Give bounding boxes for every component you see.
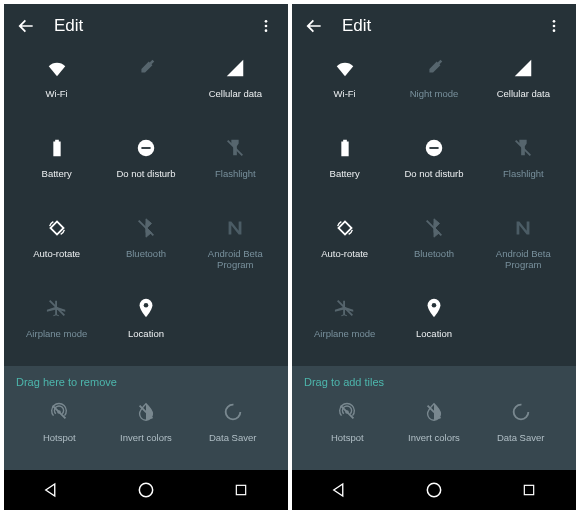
drag-tile-hotspot[interactable]: Hotspot [304,398,391,460]
tile-label: Night mode [410,88,459,99]
invert-icon [132,398,160,426]
svg-point-18 [553,29,556,32]
location-icon [420,294,448,322]
qs-tile-beta[interactable]: Android Beta Program [191,214,280,276]
svg-point-12 [265,25,268,28]
hotspot-icon [45,398,73,426]
qs-tile-cellular[interactable]: Cellular data [191,54,280,116]
datasaver-icon [219,398,247,426]
tile-label: Data Saver [497,432,545,443]
nav-home-button[interactable] [135,479,157,501]
svg-point-13 [265,29,268,32]
drag-tile-datasaver[interactable]: Data Saver [477,398,564,460]
qs-tile-flashlight[interactable]: Flashlight [191,134,280,196]
back-button[interactable] [304,16,324,36]
qs-tile-wifi[interactable]: Wi-Fi [12,54,101,116]
tile-label: Do not disturb [404,168,463,179]
qs-tile-autorotate[interactable]: Auto-rotate [300,214,389,276]
qs-tile-battery[interactable]: Battery [12,134,101,196]
svg-point-11 [265,20,268,23]
page-title: Edit [342,16,544,36]
tile-label: Hotspot [43,432,76,443]
qs-tile-airplane[interactable]: Airplane mode [12,294,101,356]
qs-tile-cellular[interactable]: Cellular data [479,54,568,116]
bluetooth-icon [132,214,160,242]
tile-label: Android Beta Program [191,248,280,270]
datasaver-icon [507,398,535,426]
hotspot-icon [333,398,361,426]
drag-tiles-row: Hotspot Invert colors Data Saver [16,398,276,460]
svg-rect-20 [524,485,533,494]
airplane-icon [331,294,359,322]
drag-tile-datasaver[interactable]: Data Saver [189,398,276,460]
qs-tile-bluetooth[interactable]: Bluetooth [101,214,190,276]
drag-tile-invert[interactable]: Invert colors [103,398,190,460]
wifi-icon [43,54,71,82]
tile-label: Battery [330,168,360,179]
battery-icon [331,134,359,162]
wifi-icon [331,54,359,82]
qs-tile-autorotate[interactable]: Auto-rotate [12,214,101,276]
drag-zone[interactable]: Drag here to remove Hotspot Invert color… [4,366,288,470]
tile-label: Auto-rotate [33,248,80,259]
bluetooth-icon [420,214,448,242]
nav-recents-button[interactable] [518,479,540,501]
header: Edit [292,4,576,48]
qs-tile-dnd[interactable]: Do not disturb [101,134,190,196]
tile-label: Invert colors [120,432,172,443]
phone-screen: Edit Wi-Fi Night mode Cellular data Batt… [292,4,576,510]
dnd-icon [132,134,160,162]
tile-label: Airplane mode [314,328,375,339]
tile-label: Airplane mode [26,328,87,339]
qs-tile-flashlight[interactable]: Flashlight [479,134,568,196]
tile-label: Android Beta Program [479,248,568,270]
signal-icon [221,54,249,82]
qs-tile-tile2a[interactable] [101,54,190,116]
drag-zone-label: Drag to add tiles [304,376,564,388]
nav-recents-button[interactable] [230,479,252,501]
flashlight-icon [221,134,249,162]
qs-tile-location[interactable]: Location [101,294,190,356]
tile-label: Bluetooth [414,248,454,259]
tile-label: Location [416,328,452,339]
nav-back-button[interactable] [40,479,62,501]
navigation-bar [292,470,576,510]
tile-label: Data Saver [209,432,257,443]
qs-tile-battery[interactable]: Battery [300,134,389,196]
overflow-menu-button[interactable] [256,16,276,36]
drag-tile-hotspot[interactable]: Hotspot [16,398,103,460]
tile-label: Flashlight [503,168,544,179]
eyedropper-icon [132,54,160,82]
qs-tile-wifi[interactable]: Wi-Fi [300,54,389,116]
qs-tile-nightmode[interactable]: Night mode [389,54,478,116]
tiles-grid: Wi-Fi Cellular data Battery Do not distu… [4,48,288,366]
nlogo-icon [221,214,249,242]
nav-back-button[interactable] [328,479,350,501]
back-button[interactable] [16,16,36,36]
overflow-menu-button[interactable] [544,16,564,36]
airplane-icon [43,294,71,322]
svg-point-14 [139,483,152,496]
tile-label: Location [128,328,164,339]
tile-label: Hotspot [331,432,364,443]
tile-label: Cellular data [209,88,262,99]
tile-label: Flashlight [215,168,256,179]
qs-tile-bluetooth[interactable]: Bluetooth [389,214,478,276]
qs-tile-dnd[interactable]: Do not disturb [389,134,478,196]
qs-tile-location[interactable]: Location [389,294,478,356]
navigation-bar [4,470,288,510]
tile-label: Battery [42,168,72,179]
tile-label: Bluetooth [126,248,166,259]
drag-zone[interactable]: Drag to add tiles Hotspot Invert colors … [292,366,576,470]
battery-icon [43,134,71,162]
svg-point-16 [553,20,556,23]
eyedropper-icon [420,54,448,82]
nav-home-button[interactable] [423,479,445,501]
drag-tile-invert[interactable]: Invert colors [391,398,478,460]
qs-tile-beta[interactable]: Android Beta Program [479,214,568,276]
flashlight-icon [509,134,537,162]
tile-label: Wi-Fi [334,88,356,99]
signal-icon [509,54,537,82]
tile-label: Auto-rotate [321,248,368,259]
qs-tile-airplane[interactable]: Airplane mode [300,294,389,356]
